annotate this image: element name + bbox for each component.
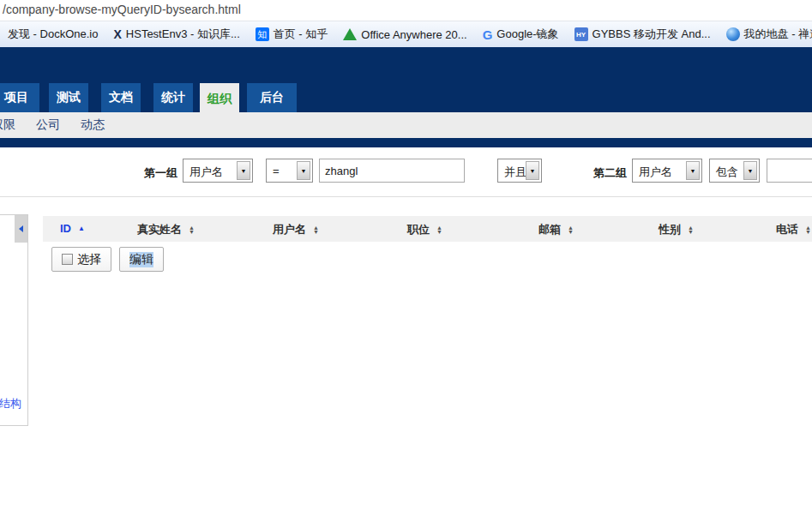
select-value: 用户名 [189,165,223,180]
column-label: 电话 [776,222,798,237]
select-button-label: 选择 [77,252,101,267]
tab-label: 后台 [260,90,284,105]
globe-icon [726,27,740,41]
bookmark-label: GYBBS 移动开发 And... [592,27,711,42]
edit-button-label: 编辑 [129,252,153,267]
bookmark-label: 发现 - DockOne.io [8,27,98,42]
sort-both-icon: ▲▼ [189,225,195,234]
bookmark-label: Google-镜象 [496,27,558,42]
bookmark-label: HSTestEnv3 - 知识库... [126,27,240,42]
google-icon: G [483,27,493,42]
bookmark-label: 我的地盘 - 禅道 [744,27,812,42]
joiner-select[interactable]: 并且 ▼ [497,159,542,183]
collapse-left-icon [19,225,23,232]
sub-navigation: 权限 公司 动态 [0,112,812,138]
column-label: 真实姓名 [137,222,182,237]
page-title: /company-browse-myQueryID-bysearch.html [3,3,241,16]
column-header-id[interactable]: ID ▲ [60,222,85,235]
row-checkbox[interactable] [62,254,73,265]
sidebar-panel: 结构 [0,214,28,426]
select-value: 包含 [716,165,738,180]
group2-operator-select[interactable]: 包含 ▼ [709,159,760,183]
column-header-gender[interactable]: 性别 ▲▼ [659,222,694,237]
group1-field-select[interactable]: 用户名 ▼ [183,159,253,183]
bookmark-dockone[interactable]: 发现 - DockOne.io [0,24,105,45]
bookmark-gybbs[interactable]: HY GYBBS 移动开发 And... [567,24,719,45]
sort-both-icon: ▲▼ [688,225,694,234]
sort-both-icon: ▲▼ [313,225,319,234]
chevron-down-icon: ▼ [297,161,310,180]
column-label: 职位 [407,222,430,237]
tab-label: 测试 [57,90,81,105]
bookmark-label: Office Anywhere 20... [361,28,466,41]
subnav-item-dynamic[interactable]: 动态 [81,117,105,133]
group2-field-select[interactable]: 用户名 ▼ [632,159,702,183]
bookmark-google-mirror[interactable]: G Google-镜象 [475,24,567,45]
hy-icon: HY [574,27,588,41]
chevron-down-icon: ▼ [237,161,250,180]
tab-label: 文档 [109,90,133,105]
group1-value-input[interactable] [319,159,465,183]
tab-label: 统计 [161,90,185,105]
sidebar-structure-link[interactable]: 结构 [0,396,21,411]
tab-organization[interactable]: 组织 [200,83,239,116]
bookmark-zhihu[interactable]: 知 首页 - 知乎 [248,24,336,45]
group2-label: 第二组 [593,165,627,181]
sort-both-icon: ▲▼ [436,225,442,234]
chevron-down-icon: ▼ [686,161,700,180]
subnav-divider-band [0,138,812,147]
group2-value-input[interactable] [767,159,812,183]
column-label: 用户名 [273,222,306,237]
column-header-realname[interactable]: 真实姓名 ▲▼ [137,222,195,237]
bookmarks-bar: 发现 - DockOne.io X HSTestEnv3 - 知识库... 知 … [0,21,812,48]
bookmark-label: 首页 - 知乎 [274,27,328,42]
column-header-role[interactable]: 职位 ▲▼ [407,222,442,237]
group1-operator-select[interactable]: = ▼ [266,159,313,183]
tab-doc[interactable]: 文档 [101,83,141,112]
column-header-account[interactable]: 用户名 ▲▼ [273,222,319,237]
tab-project[interactable]: 项目 [0,83,39,112]
group1-label: 第一组 [144,165,177,181]
tab-admin[interactable]: 后台 [247,83,297,112]
sort-both-icon: ▲▼ [805,225,811,234]
column-header-email[interactable]: 邮箱 ▲▼ [538,222,574,237]
app-header: 项目 测试 文档 统计 组织 后台 [0,47,812,112]
user-table-header: ID ▲ 真实姓名 ▲▼ 用户名 ▲▼ 职位 ▲▼ 邮箱 ▲▼ 性别 ▲▼ 电话… [43,216,812,242]
browser-titlebar: /company-browse-myQueryID-bysearch.html [0,0,812,21]
sort-asc-icon: ▲ [78,225,85,232]
column-header-phone[interactable]: 电话 ▲▼ [776,222,811,237]
select-value: 用户名 [639,165,672,180]
sidebar-collapse-handle[interactable] [15,215,27,243]
select-button[interactable]: 选择 [51,247,111,272]
column-label: ID [60,222,71,235]
bookmark-zentao[interactable]: 我的地盘 - 禅道 [719,24,812,45]
subnav-item-company[interactable]: 公司 [36,117,60,133]
sort-both-icon: ▲▼ [568,225,574,234]
green-triangle-icon [343,28,357,40]
bookmark-office-anywhere[interactable]: Office Anywhere 20... [335,24,474,45]
select-value: 并且 [504,165,526,180]
subnav-item-privilege[interactable]: 权限 [0,117,15,133]
search-form: 第一组 用户名 ▼ = ▼ 并且 ▼ 第二组 用户名 ▼ 包含 ▼ [0,147,812,197]
column-label: 邮箱 [538,222,561,237]
tab-test[interactable]: 测试 [49,83,88,112]
bookmark-hstestenv[interactable]: X HSTestEnv3 - 知识库... [105,24,247,45]
table-row: 选择 编辑 [51,247,164,272]
zhihu-icon: 知 [256,27,269,41]
chevron-down-icon: ▼ [743,161,757,180]
chevron-down-icon: ▼ [526,161,539,180]
tab-label: 项目 [4,90,28,105]
tab-report[interactable]: 统计 [153,83,193,112]
select-value: = [273,165,280,177]
tab-label: 组织 [208,92,232,107]
edit-button[interactable]: 编辑 [119,247,164,272]
column-label: 性别 [659,222,681,237]
x-logo-icon: X [113,27,121,41]
